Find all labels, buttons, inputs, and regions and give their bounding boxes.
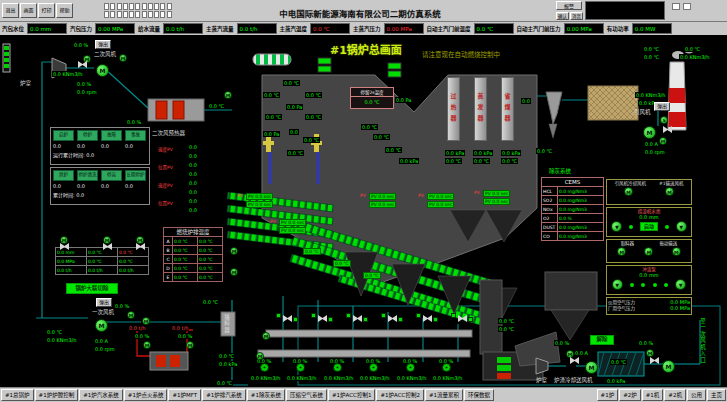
alarm-button[interactable]: 报警 (556, 1, 582, 10)
motor-indicator[interactable]: M (566, 350, 574, 358)
motor-indicator[interactable]: M (230, 247, 238, 255)
motor-indicator[interactable]: M (262, 332, 270, 340)
ops-button[interactable]: 停运 (101, 170, 122, 181)
titlebar-button-2[interactable]: 画面 (20, 3, 37, 18)
tab-2[interactable]: #1炉炉膛控制 (35, 389, 79, 401)
readout: 0.0 ℃ (46, 329, 63, 335)
quick-tab-1[interactable]: #1炉 (597, 389, 619, 401)
ops-button[interactable]: 启炉 (53, 130, 74, 141)
motor-indicator[interactable]: M (643, 126, 656, 139)
pump-indicator[interactable]: ▼ (612, 279, 623, 290)
pump-indicator[interactable]: ▼ (675, 279, 686, 290)
pump-indicator[interactable]: ▼ (676, 221, 687, 232)
ops-button[interactable]: 烘炉 (53, 170, 74, 181)
auto-combustion-notice: 请注意现在自动燃烧控制中 (422, 49, 500, 59)
motor-indicator[interactable]: M (585, 361, 598, 374)
motor-indicator[interactable]: M (142, 317, 150, 325)
tab-9[interactable]: #1炉ACC控制1 (328, 389, 375, 401)
motor-indicator[interactable]: M (256, 352, 264, 360)
motor-indicator[interactable]: M (127, 311, 135, 319)
damper-indicator[interactable] (369, 363, 378, 372)
quick-tab-5[interactable]: 公用 (687, 389, 706, 401)
tab-4[interactable]: #1炉点火系统 (124, 389, 168, 401)
motor-indicator[interactable]: M (659, 137, 667, 145)
motor-indicator[interactable]: M (665, 187, 674, 196)
motor-indicator[interactable]: M (95, 319, 108, 332)
slag-pool-level: 0.0 mm (608, 214, 690, 220)
damper-indicator[interactable] (442, 363, 451, 372)
pump-indicator[interactable]: ▼ (611, 221, 622, 232)
motor-indicator[interactable]: M (224, 91, 232, 99)
tab-3[interactable]: #1炉汽水系统 (79, 389, 123, 401)
status-value: 0.00 MPa (384, 23, 424, 34)
status-value: 0.0 t/h (237, 23, 277, 34)
feeder-conveyor-box: 取料器振动输送MMM (606, 239, 692, 263)
motor-indicator[interactable]: M (96, 64, 109, 77)
tab-12[interactable]: 环保数据 (464, 389, 494, 401)
start-button[interactable]: 启动 (640, 222, 658, 231)
motor-indicator[interactable]: M (83, 55, 91, 63)
readout: 0.0 KNm3/h (432, 375, 463, 381)
tab-7[interactable]: #1除灰系统 (247, 389, 285, 401)
tab-1[interactable]: #1总锅炉 (1, 389, 34, 401)
titlebar-button-1[interactable]: 退出 (2, 3, 19, 18)
cems-name: DUST (542, 223, 558, 232)
tab-bar: #1总锅炉#1炉炉膛控制#1炉汽水系统#1炉点火系统#1炉MFT#1炉排汽系统#… (0, 387, 727, 402)
ops-button[interactable]: 停炉 (77, 130, 98, 141)
grate-temp-value: 0.0 ℃ (198, 273, 223, 282)
ops-button[interactable]: 长期停炉 (125, 170, 146, 181)
damper-indicator[interactable] (333, 363, 342, 372)
tab-11[interactable]: #1流量累积 (425, 389, 463, 401)
boiler-interlock-cutoff-button[interactable]: 锅炉大联切除 (66, 283, 118, 294)
aux-label: 引风机冷却风机 (614, 181, 646, 186)
diagram-label: PV (237, 193, 243, 199)
tab-5[interactable]: #1炉MFT (168, 389, 201, 401)
damper-indicator[interactable] (296, 363, 305, 372)
popup-button[interactable]: 弹出 (96, 298, 112, 307)
quick-tab-4[interactable]: #2机 (664, 389, 686, 401)
motor-indicator[interactable]: M (617, 247, 626, 256)
quick-tab-3[interactable]: #1机 (642, 389, 664, 401)
pv-readout: 0.0 ℃ (333, 260, 351, 267)
motor-indicator[interactable]: M (186, 341, 194, 349)
quick-tab-2[interactable]: #2炉 (619, 389, 641, 401)
table-row: 0.0 mm0.0 ℃0.0 ℃ (56, 248, 149, 257)
cems-value: 0.0 mg/Nm3 (558, 187, 604, 196)
status-dot (629, 225, 633, 229)
motor-indicator[interactable]: M (119, 54, 127, 62)
ops-button[interactable]: 事故 (125, 130, 146, 141)
motor-indicator[interactable]: M (103, 236, 111, 244)
damper-indicator[interactable] (406, 363, 415, 372)
popup-button[interactable]: 弹出 (95, 40, 111, 49)
alarm-display (585, 1, 665, 20)
titlebar-button-3[interactable]: 打印 (38, 3, 55, 18)
status-label: 给水流量 (138, 25, 160, 33)
motor-indicator[interactable]: M (136, 236, 144, 244)
ops-button[interactable]: 故障 (101, 130, 122, 141)
alarm-grid-cell (135, 3, 140, 10)
motor-indicator[interactable]: M (60, 236, 68, 244)
motor-indicator[interactable]: M (644, 247, 653, 256)
motor-indicator[interactable]: M (646, 349, 654, 357)
ops-value: 0.0 (77, 183, 98, 189)
ops-values: 0.00.00.00.0 (53, 143, 147, 149)
motor-indicator[interactable]: S (660, 116, 668, 124)
ack-button[interactable]: 确认 (556, 12, 569, 20)
motor-indicator[interactable]: M (143, 341, 151, 349)
damper-indicator[interactable] (260, 363, 269, 372)
motor-indicator[interactable]: M (624, 187, 633, 196)
popup-button[interactable]: 弹出 (654, 102, 670, 111)
motor-indicator[interactable]: M (230, 268, 238, 276)
tab-8[interactable]: 压缩空气系统 (286, 389, 327, 401)
titlebar-button-4[interactable]: 帮助 (56, 3, 73, 18)
tab-6[interactable]: #1炉排汽系统 (202, 389, 246, 401)
quick-tab-6[interactable]: 主页 (707, 389, 726, 401)
motor-indicator[interactable]: M (672, 247, 681, 256)
readout: 0.0 ℃ (263, 92, 280, 98)
alarm-grid-cell (148, 3, 153, 10)
release-button[interactable]: 解除 (590, 335, 614, 345)
motor-indicator[interactable]: M (662, 360, 675, 373)
tab-10[interactable]: #1炉ACC控制2 (376, 389, 423, 401)
mute-button[interactable]: 消音 (570, 12, 583, 20)
ops-button[interactable]: 停炉清洗 (77, 170, 98, 181)
